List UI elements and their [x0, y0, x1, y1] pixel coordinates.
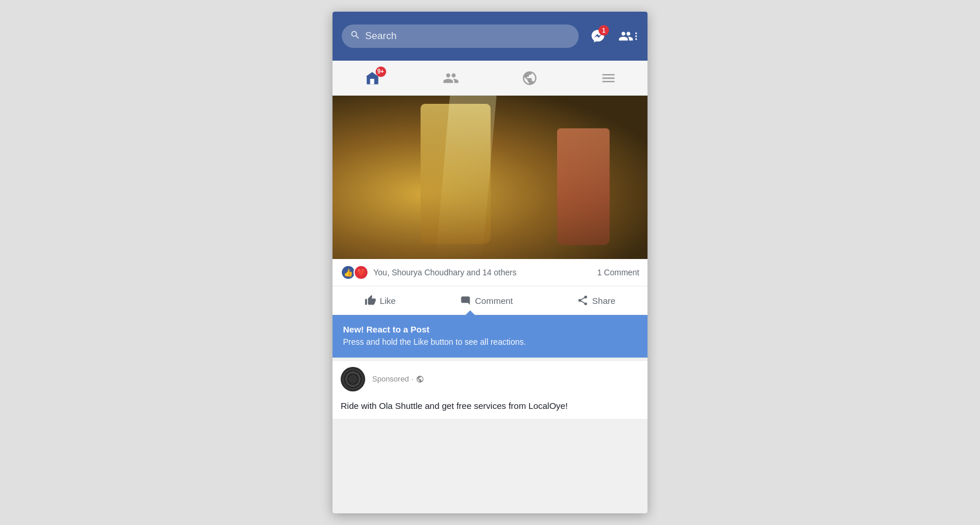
ad-text-section: Ride with Ola Shuttle and get free servi…	[332, 397, 648, 419]
reaction-summary: 👍 ❤️ You, Shourya Choudhary and 14 other…	[341, 265, 516, 280]
comment-count: 1 Comment	[597, 268, 639, 277]
messenger-button[interactable]: 1	[586, 24, 610, 48]
tooltip-body: Press and hold the Like button to see al…	[343, 337, 637, 348]
home-badge: 9+	[376, 66, 386, 77]
action-buttons: Like Comment Share	[332, 286, 648, 315]
secondary-navbar: 9+	[332, 61, 648, 96]
search-placeholder-text: Search	[365, 30, 397, 42]
menu-dots	[635, 36, 637, 37]
drink-glass-2	[557, 128, 610, 245]
comment-button[interactable]: Comment	[449, 290, 523, 311]
tooltip-title: New! React to a Post	[343, 324, 637, 334]
sponsor-info: Sponsored ·	[372, 374, 424, 383]
reactions-bar: 👍 ❤️ You, Shourya Choudhary and 14 other…	[332, 259, 648, 286]
like-button[interactable]: Like	[354, 290, 407, 311]
nav-icons: 1	[586, 24, 638, 48]
sponsor-label: Sponsored ·	[372, 374, 424, 383]
heart-emoji: ❤️	[357, 268, 366, 276]
nav-globe[interactable]	[512, 65, 547, 91]
sponsor-avatar	[341, 367, 365, 391]
heart-reaction-icon: ❤️	[354, 265, 369, 280]
like-label: Like	[380, 296, 396, 306]
svg-rect-0	[370, 79, 374, 84]
comment-label: Comment	[475, 296, 513, 306]
search-icon	[350, 30, 360, 43]
reaction-text: You, Shourya Choudhary and 14 others	[373, 268, 516, 277]
messenger-badge: 1	[598, 25, 609, 36]
ad-text: Ride with Ola Shuttle and get free servi…	[341, 400, 639, 412]
phone-frame: Search 1 9+	[332, 12, 648, 513]
profile-menu-button[interactable]	[614, 24, 638, 48]
sponsor-vinyl	[342, 369, 363, 390]
globe-icon	[416, 375, 424, 383]
sponsored-bar: Sponsored ·	[332, 358, 648, 397]
reaction-icons: 👍 ❤️	[341, 265, 369, 280]
nav-home[interactable]: 9+	[355, 65, 390, 91]
thumb-up-emoji: 👍	[344, 268, 353, 277]
nav-menu[interactable]	[591, 65, 626, 91]
search-bar[interactable]: Search	[342, 24, 579, 48]
post-image	[332, 96, 648, 259]
share-label: Share	[592, 296, 615, 306]
tooltip-arrow	[465, 310, 475, 316]
top-navbar: Search 1	[332, 12, 648, 61]
share-button[interactable]: Share	[566, 290, 626, 311]
react-tooltip: New! React to a Post Press and hold the …	[332, 315, 648, 358]
nav-friends[interactable]	[433, 65, 468, 91]
feed: 👍 ❤️ You, Shourya Choudhary and 14 other…	[332, 96, 648, 513]
